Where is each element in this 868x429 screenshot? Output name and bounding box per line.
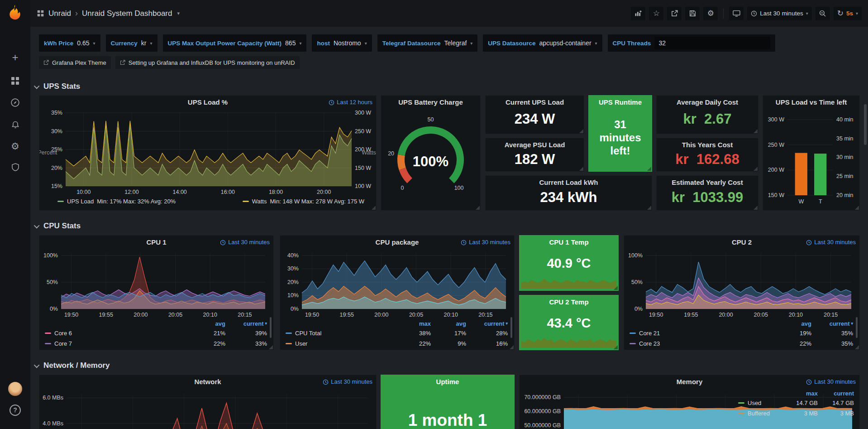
grafana-logo[interactable] <box>5 4 24 23</box>
link-grafana-plex-theme[interactable]: Grafana Plex Theme <box>39 56 111 69</box>
cpu2-chart[interactable]: 100%50%0%19:5019:5520:0020:0520:1020:15 <box>627 249 857 318</box>
section-network-memory[interactable]: Network / Memory <box>35 361 110 371</box>
panel-title[interactable]: Network <box>194 378 221 386</box>
page-scrollbar[interactable] <box>864 104 867 145</box>
legend-row[interactable]: Core 621%39% <box>45 328 267 338</box>
legend-item[interactable]: WattsMin: 148 W Max: 278 W Avg: 175 W <box>243 198 364 205</box>
navbar: Unraid › Unraid System Dashboard ▾ ☆ ⚙ <box>30 0 868 27</box>
chevron-down-icon <box>34 83 40 89</box>
panel-title[interactable]: CPU package <box>376 238 419 246</box>
clock-icon <box>329 100 334 106</box>
settings-gear-icon[interactable]: ⚙ <box>703 7 718 20</box>
ups-load-chart[interactable]: 35%30%25%20%15%300 W250 W200 W150 W100 W… <box>42 109 373 196</box>
legend-row[interactable]: User22%9%16% <box>286 338 508 349</box>
panel-title[interactable]: UPS Load vs Time left <box>776 98 847 106</box>
panel-current-ups-load: Current UPS Load 234 W <box>485 95 584 134</box>
chevron-down-icon: ▾ <box>299 41 301 46</box>
network-chart[interactable]: 6.0 MBs4.0 MBs2.0 MBs <box>42 390 373 429</box>
panel-title[interactable]: UPS Runtime <box>599 98 642 106</box>
memory-legend: maxcurrent Used14.7 GB14.7 GB Buffered3 … <box>738 389 854 419</box>
section-ups-stats[interactable]: UPS Stats <box>35 82 80 92</box>
legend-row[interactable]: Core 2322%35% <box>630 338 853 349</box>
panel-cpu1: CPU 1 Last 30 minutes 100%50%0%19:5019:5… <box>39 235 274 350</box>
panel-this-years-cost: This Years Cost kr 162.68 <box>656 138 758 172</box>
chevron-down-icon[interactable]: ▾ <box>177 10 180 16</box>
legend-scrollbar[interactable] <box>856 317 858 338</box>
panel-title[interactable]: Memory <box>677 378 703 386</box>
variable-host[interactable]: hostNostromo▾ <box>312 34 372 52</box>
chevron-down-icon: ▾ <box>365 41 367 46</box>
breadcrumb-separator: › <box>75 9 78 18</box>
panel-time-range[interactable]: Last 30 minutes <box>806 236 856 249</box>
cpu-package-chart[interactable]: 40%30%20%10%0%19:5019:5520:0020:0520:102… <box>283 249 511 318</box>
panel-title[interactable]: Average Daily Cost <box>677 98 738 106</box>
panel-title[interactable]: Estimated Yearly Cost <box>672 178 743 186</box>
dashboards-icon[interactable] <box>0 74 30 87</box>
panel-title[interactable]: UPS Battery Charge <box>398 98 463 106</box>
clock-icon <box>461 240 467 246</box>
cpu1-temp-sparkline <box>521 278 616 289</box>
panel-title[interactable]: Uptime <box>436 378 459 386</box>
help-icon[interactable]: ? <box>10 405 21 416</box>
legend-row[interactable]: Core 722%33% <box>45 338 267 349</box>
breadcrumb-app[interactable]: Unraid <box>48 9 71 18</box>
panel-cpu2-temp: CPU 2 Temp 43.4 °C <box>519 295 619 350</box>
cpu-threads-input[interactable] <box>654 37 770 49</box>
server-admin-shield-icon[interactable] <box>0 161 30 174</box>
panel-time-range[interactable]: Last 12 hours <box>329 96 372 109</box>
alerting-bell-icon[interactable] <box>0 118 30 131</box>
legend-scrollbar[interactable] <box>510 317 512 338</box>
save-icon[interactable] <box>685 7 700 20</box>
panel-ups-battery-charge: UPS Battery Charge 02050100100% <box>381 95 481 211</box>
legend-scrollbar[interactable] <box>270 317 272 338</box>
panel-time-range[interactable]: Last 30 minutes <box>806 375 856 389</box>
breadcrumb-dashboard-title[interactable]: Unraid System Dashboard <box>82 9 172 18</box>
dashboard-grid-icon[interactable] <box>38 10 44 17</box>
zoom-out-icon[interactable] <box>816 7 830 20</box>
panel-title[interactable]: UPS Load % <box>188 98 228 106</box>
panel-title[interactable]: Current Load kWh <box>539 178 598 186</box>
variable-ups-max-output[interactable]: UPS Max Output Power Capacity (Watt)865▾ <box>163 34 307 52</box>
cpu1-chart[interactable]: 100%50%0%19:5019:5520:0020:0520:1020:15 <box>42 249 271 318</box>
legend-item[interactable]: UPS LoadMin: 17% Max: 32% Avg: 20% <box>57 198 176 205</box>
time-range-picker[interactable]: Last 30 minutes ▾ <box>747 7 811 20</box>
add-panel-button[interactable] <box>631 7 645 20</box>
cycle-view-monitor-icon[interactable] <box>729 7 744 20</box>
chevron-down-icon: ▾ <box>856 11 858 16</box>
variable-telegraf-datasource[interactable]: Telegraf DatasourceTelegraf▾ <box>377 34 478 52</box>
panel-title[interactable]: CPU 1 <box>146 238 166 246</box>
panel-time-range[interactable]: Last 30 minutes <box>220 236 270 249</box>
panel-time-range[interactable]: Last 30 minutes <box>323 375 372 389</box>
legend-row[interactable]: Buffered3 MB3 MB <box>738 408 854 419</box>
link-ups-monitoring-guide[interactable]: Setting up Grafana and InfluxDB for UPS … <box>115 56 300 69</box>
panel-time-range[interactable]: Last 30 minutes <box>461 236 510 249</box>
configuration-gear-icon[interactable]: ⚙ <box>0 140 30 153</box>
share-icon[interactable] <box>667 7 682 20</box>
legend-row[interactable]: CPU Total38%17%28% <box>286 328 508 338</box>
ups-load-legend: UPS LoadMin: 17% Max: 32% Avg: 20% Watts… <box>57 198 364 205</box>
panel-title[interactable]: CPU 1 Temp <box>549 238 588 246</box>
ups-load-vs-time-chart[interactable]: WT300 W250 W200 W150 W40 min35 min30 min… <box>765 110 858 206</box>
legend-row[interactable]: Used14.7 GB14.7 GB <box>738 398 854 408</box>
panel-title[interactable]: Current UPS Load <box>506 98 564 106</box>
panel-title[interactable]: This Years Cost <box>682 141 733 149</box>
section-cpu-stats[interactable]: CPU Stats <box>35 221 81 231</box>
variable-ups-datasource[interactable]: UPS Datasourceapcupsd-container▾ <box>483 34 602 52</box>
star-icon[interactable]: ☆ <box>649 7 663 20</box>
stat-value: 182 W <box>515 151 555 168</box>
panel-network: Network Last 30 minutes 6.0 MBs4.0 MBs2.… <box>39 375 377 429</box>
panel-average-daily-cost: Average Daily Cost kr 2.67 <box>656 95 758 134</box>
panel-title[interactable]: Average PSU Load <box>505 141 565 149</box>
create-plus-icon[interactable]: + <box>0 51 30 64</box>
legend-row[interactable]: Core 2119%35% <box>630 328 853 338</box>
user-avatar[interactable] <box>8 382 22 396</box>
variable-currency[interactable]: Currencykr▾ <box>106 34 157 52</box>
explore-compass-icon[interactable] <box>0 96 30 109</box>
variable-kwh-price[interactable]: kWh Price0.65▾ <box>39 34 100 52</box>
divider <box>723 9 724 19</box>
refresh-picker[interactable]: ↻ 5s ▾ <box>834 7 862 20</box>
cpu2-temp-sparkline <box>521 337 616 348</box>
panel-title[interactable]: CPU 2 Temp <box>549 298 588 306</box>
external-link-icon <box>43 60 49 65</box>
panel-title[interactable]: CPU 2 <box>732 238 752 246</box>
